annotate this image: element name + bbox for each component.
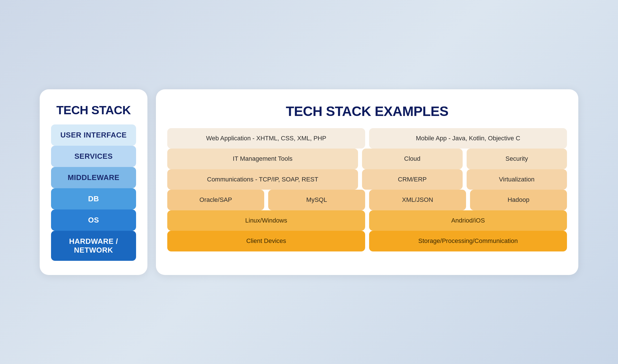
grid-cell-web-app: Web Application - XHTML, CSS, XML, PHP [167, 128, 365, 149]
grid-cell-comms: Communications - TCP/IP, SOAP, REST [167, 169, 358, 190]
grid-cell-oracle: Oracle/SAP [167, 190, 264, 210]
tech-stack-examples-card: TECH STACK EXAMPLES Web Application - XH… [156, 89, 578, 275]
grid-row-row3: Communications - TCP/IP, SOAP, RESTCRM/E… [167, 169, 567, 190]
stack-item-ui: USER INTERFACE [51, 124, 136, 146]
stack-item-os: OS [51, 209, 136, 231]
grid-cell-mobile-app: Mobile App - Java, Kotlin, Objective C [369, 128, 567, 149]
grid-cell-hadoop: Hadoop [470, 190, 567, 210]
grid-row-row2: IT Management ToolsCloudSecurity [167, 149, 567, 169]
left-card-title: TECH STACK [51, 103, 136, 117]
main-container: TECH STACK USER INTERFACESERVICESMIDDLEW… [40, 89, 578, 275]
grid-cell-linux: Linux/Windows [167, 210, 365, 231]
stack-item-db: DB [51, 188, 136, 209]
grid-row-row1: Web Application - XHTML, CSS, XML, PHPMo… [167, 128, 567, 149]
grid-cell-security: Security [467, 149, 567, 169]
grid-cell-mysql: MySQL [268, 190, 365, 210]
grid-cell-xmljson: XML/JSON [369, 190, 466, 210]
stack-item-hardware: HARDWARE / NETWORK [51, 231, 136, 261]
grid-cell-crmerp: CRM/ERP [362, 169, 463, 190]
stack-item-middleware: MIDDLEWARE [51, 167, 136, 188]
right-card-title: TECH STACK EXAMPLES [167, 103, 567, 119]
tech-stack-card: TECH STACK USER INTERFACESERVICESMIDDLEW… [40, 89, 147, 275]
grid-cell-it-mgmt: IT Management Tools [167, 149, 358, 169]
grid-row-row5: Linux/WindowsAndriod/iOS [167, 210, 567, 231]
grid-cell-client: Client Devices [167, 231, 365, 251]
grid-row-row4: Oracle/SAPMySQLXML/JSONHadoop [167, 190, 567, 210]
grid-cell-storage: Storage/Processing/Communication [369, 231, 567, 251]
grid-cell-virtual: Virtualization [467, 169, 567, 190]
grid-cell-cloud: Cloud [362, 149, 463, 169]
grid-row-row6: Client DevicesStorage/Processing/Communi… [167, 231, 567, 251]
stack-item-services: SERVICES [51, 146, 136, 167]
grid-cell-android: Andriod/iOS [369, 210, 567, 231]
